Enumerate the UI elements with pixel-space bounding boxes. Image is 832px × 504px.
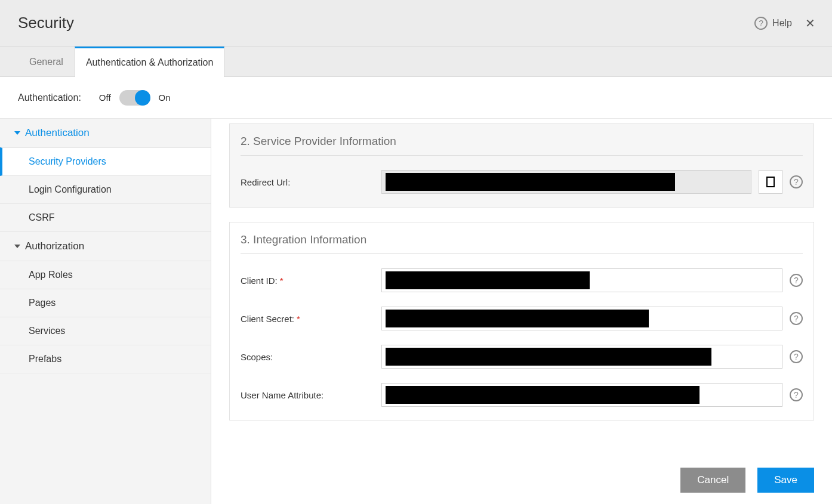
dialog-title: Security: [18, 14, 754, 32]
dialog-footer: Cancel Save: [211, 456, 832, 504]
panel-service-provider-information: 2. Service Provider Information Redirect…: [229, 123, 814, 208]
redacted-value: [386, 310, 649, 327]
sidebar-item-label: CSRF: [29, 212, 55, 222]
sidebar-group-authorization-label: Authorization: [25, 240, 84, 252]
toggle-on-label: On: [159, 92, 171, 103]
sidebar-group-authorization[interactable]: Authorization: [0, 232, 211, 261]
sidebar-item-label: Security Providers: [29, 156, 106, 166]
help-icon: ?: [754, 17, 768, 30]
sidebar-item-prefabs[interactable]: Prefabs: [0, 345, 211, 373]
client-id-label: Client ID:*: [241, 276, 372, 286]
username-attribute-label: User Name Attribute:: [241, 390, 372, 400]
redacted-value: [386, 348, 711, 366]
authentication-toggle-label: Authentication:: [18, 92, 81, 103]
sidebar-item-label: App Roles: [29, 270, 73, 280]
scopes-label: Scopes:: [241, 352, 372, 362]
panel-integration-information: 3. Integration Information Client ID:* ?…: [229, 222, 814, 420]
sidebar-item-pages[interactable]: Pages: [0, 289, 211, 317]
redacted-value: [386, 173, 675, 191]
help-button[interactable]: ? Help: [754, 17, 792, 30]
caret-down-icon: [14, 245, 20, 248]
caret-down-icon: [14, 131, 20, 135]
close-button[interactable]: ✕: [803, 15, 818, 32]
help-label: Help: [772, 18, 792, 29]
sidebar-item-security-providers[interactable]: Security Providers: [0, 147, 211, 176]
dialog-body: Authentication Security Providers Login …: [0, 119, 832, 504]
username-attribute-field-wrap: ?: [381, 383, 803, 407]
authentication-toggle-row: Authentication: Off On: [0, 77, 832, 119]
client-secret-input[interactable]: [381, 307, 782, 330]
sidebar-group-authentication[interactable]: Authentication: [0, 119, 211, 147]
sidebar: Authentication Security Providers Login …: [0, 119, 211, 504]
cancel-button-label: Cancel: [697, 474, 729, 486]
tab-auth-label: Authentication & Authorization: [86, 57, 213, 68]
label-text: Client ID:: [241, 276, 278, 286]
authentication-toggle-group: Off On: [99, 90, 171, 106]
sidebar-item-csrf[interactable]: CSRF: [0, 204, 211, 232]
form-row-redirect-url: Redirect Url: ?: [241, 170, 803, 194]
save-button[interactable]: Save: [757, 468, 814, 493]
toggle-off-label: Off: [99, 92, 111, 103]
client-secret-field-wrap: ?: [381, 307, 803, 330]
scopes-field-wrap: ?: [381, 345, 803, 369]
panel-title: 3. Integration Information: [241, 233, 803, 254]
header-actions: ? Help ✕: [754, 15, 818, 32]
help-icon[interactable]: ?: [790, 274, 803, 287]
dialog-header: Security ? Help ✕: [0, 0, 832, 47]
main-content: 2. Service Provider Information Redirect…: [211, 119, 832, 504]
sidebar-item-label: Login Configuration: [29, 184, 112, 194]
sidebar-item-services[interactable]: Services: [0, 317, 211, 345]
close-icon: ✕: [805, 17, 815, 30]
required-marker: *: [280, 276, 284, 286]
redacted-value: [386, 271, 590, 289]
label-text: Client Secret:: [241, 314, 294, 324]
authentication-switch[interactable]: [119, 90, 150, 106]
tab-general-label: General: [29, 57, 63, 67]
sidebar-item-label: Services: [29, 326, 65, 336]
cancel-button[interactable]: Cancel: [680, 468, 745, 493]
redacted-value: [386, 386, 700, 404]
form-row-client-secret: Client Secret:* ?: [241, 307, 803, 330]
client-id-field-wrap: ?: [381, 268, 803, 292]
form-row-username-attribute: User Name Attribute: ?: [241, 383, 803, 407]
sidebar-item-login-configuration[interactable]: Login Configuration: [0, 176, 211, 204]
sidebar-item-label: Pages: [29, 298, 56, 308]
help-icon[interactable]: ?: [790, 350, 803, 363]
client-id-input[interactable]: [381, 268, 782, 292]
form-row-client-id: Client ID:* ?: [241, 268, 803, 292]
client-secret-label: Client Secret:*: [241, 314, 372, 324]
sidebar-item-app-roles[interactable]: App Roles: [0, 261, 211, 289]
tabs: General Authentication & Authorization: [0, 47, 832, 77]
copy-redirect-url-button[interactable]: [759, 170, 782, 194]
form-row-scopes: Scopes: ?: [241, 345, 803, 369]
sidebar-item-label: Prefabs: [29, 354, 61, 364]
redirect-url-field-wrap: ?: [381, 170, 803, 194]
help-icon[interactable]: ?: [790, 175, 803, 188]
copy-icon: [766, 177, 775, 187]
username-attribute-input[interactable]: [381, 383, 782, 407]
help-icon[interactable]: ?: [790, 312, 803, 325]
switch-knob: [135, 90, 150, 106]
redirect-url-label: Redirect Url:: [241, 177, 372, 187]
scopes-input[interactable]: [381, 345, 782, 369]
panel-title: 2. Service Provider Information: [241, 135, 803, 156]
tab-general[interactable]: General: [18, 47, 75, 76]
redirect-url-field: [381, 170, 751, 194]
required-marker: *: [297, 314, 300, 324]
sidebar-group-authentication-label: Authentication: [25, 127, 90, 139]
tab-authentication-authorization[interactable]: Authentication & Authorization: [75, 47, 224, 77]
help-icon[interactable]: ?: [790, 388, 803, 401]
save-button-label: Save: [774, 474, 797, 486]
